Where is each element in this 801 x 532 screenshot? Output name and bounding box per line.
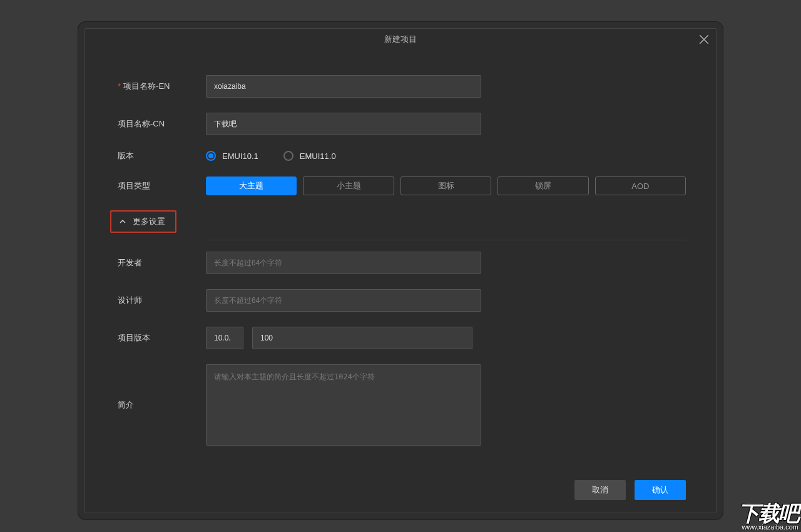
type-btn-small-theme[interactable]: 小主题 <box>303 176 394 195</box>
label-designer: 设计师 <box>115 295 206 306</box>
cancel-button[interactable]: 取消 <box>574 480 626 500</box>
watermark-url: www.xiazaiba.com <box>738 524 798 531</box>
row-description: 简介 <box>115 364 686 446</box>
radio-emui10[interactable]: EMUI10.1 <box>206 151 258 161</box>
label-project-version: 项目版本 <box>115 332 206 344</box>
dialog-content: *项目名称-EN 项目名称-CN 版本 <box>85 50 716 480</box>
radio-label: EMUI11.0 <box>300 151 336 161</box>
input-name-en[interactable] <box>206 75 481 98</box>
input-name-cn[interactable] <box>206 113 481 135</box>
chevron-up-icon <box>119 218 126 225</box>
type-btn-aod[interactable]: AOD <box>595 176 686 195</box>
type-btn-icon[interactable]: 图标 <box>400 176 491 195</box>
dialog-titlebar: 新建项目 <box>85 29 716 50</box>
confirm-button[interactable]: 确认 <box>635 480 686 500</box>
dialog-footer: 取消 确认 <box>85 480 716 513</box>
row-name-en: *项目名称-EN <box>115 75 686 98</box>
row-more-settings: 更多设置 <box>115 210 686 233</box>
row-project-version: 项目版本 <box>115 327 686 349</box>
input-version-major[interactable] <box>206 327 243 349</box>
label-description: 简介 <box>115 364 206 411</box>
label-version: 版本 <box>115 150 206 161</box>
type-button-group: 大主题 小主题 图标 锁屏 AOD <box>206 176 686 195</box>
radio-emui11[interactable]: EMUI11.0 <box>283 151 336 161</box>
input-designer[interactable] <box>206 289 481 312</box>
row-developer: 开发者 <box>115 252 686 274</box>
watermark-brand: 下载吧 <box>738 503 798 524</box>
label-name-en: *项目名称-EN <box>115 81 206 92</box>
row-type: 项目类型 大主题 小主题 图标 锁屏 AOD <box>115 176 686 195</box>
more-settings-toggle[interactable]: 更多设置 <box>110 210 176 233</box>
row-designer: 设计师 <box>115 289 686 312</box>
watermark: 下载吧 www.xiazaiba.com <box>738 503 798 531</box>
label-developer: 开发者 <box>115 257 206 269</box>
input-version-minor[interactable] <box>252 327 472 349</box>
radio-dot-selected-icon <box>206 151 216 161</box>
close-icon[interactable] <box>698 34 710 45</box>
required-star: * <box>118 81 121 91</box>
type-btn-big-theme[interactable]: 大主题 <box>206 176 297 195</box>
radio-label: EMUI10.1 <box>222 151 258 161</box>
row-version: 版本 EMUI10.1 EMUI11.0 <box>115 150 686 161</box>
label-name-cn: 项目名称-CN <box>115 118 206 130</box>
outer-frame: 新建项目 *项目名称-EN 项目名称-CN <box>78 22 723 519</box>
divider <box>206 240 686 240</box>
version-radio-group: EMUI10.1 EMUI11.0 <box>206 151 336 161</box>
input-developer[interactable] <box>206 252 481 274</box>
radio-dot-icon <box>283 151 293 161</box>
type-btn-lockscreen[interactable]: 锁屏 <box>497 176 588 195</box>
new-project-dialog: 新建项目 *项目名称-EN 项目名称-CN <box>84 28 717 513</box>
row-name-cn: 项目名称-CN <box>115 113 686 135</box>
more-settings-label: 更多设置 <box>133 216 165 227</box>
label-type: 项目类型 <box>115 180 206 192</box>
dialog-title: 新建项目 <box>384 34 417 45</box>
input-description[interactable] <box>206 364 481 446</box>
